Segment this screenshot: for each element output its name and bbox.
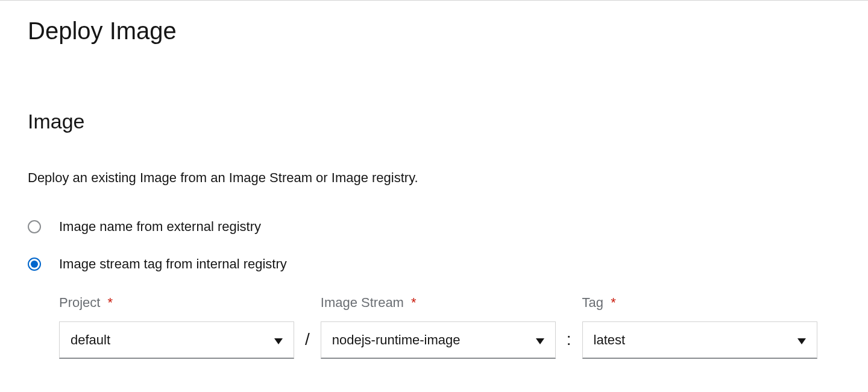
tag-dropdown[interactable]: latest xyxy=(582,321,817,359)
project-field-block: Project * default xyxy=(59,295,294,359)
image-section-description: Deploy an existing Image from an Image S… xyxy=(28,170,840,186)
caret-down-icon xyxy=(274,332,283,348)
caret-down-icon xyxy=(797,332,806,348)
tag-dropdown-value: latest xyxy=(594,332,626,348)
required-asterisk: * xyxy=(411,295,417,310)
tag-label: Tag * xyxy=(582,295,817,311)
tag-label-text: Tag xyxy=(582,295,603,310)
image-stream-tag-fields: Project * default / Image Stream * nodej… xyxy=(28,295,840,359)
image-stream-label: Image Stream * xyxy=(321,295,556,311)
required-asterisk: * xyxy=(108,295,113,310)
radio-circle-icon xyxy=(28,220,41,233)
slash-separator: / xyxy=(305,330,310,359)
image-section-heading: Image xyxy=(28,110,840,133)
colon-separator: : xyxy=(567,330,571,359)
required-asterisk: * xyxy=(611,295,616,310)
radio-external-registry[interactable]: Image name from external registry xyxy=(28,219,840,235)
image-stream-dropdown[interactable]: nodejs-runtime-image xyxy=(321,321,556,359)
image-stream-label-text: Image Stream xyxy=(321,295,404,310)
page-title: Deploy Image xyxy=(28,17,840,44)
image-source-radio-group: Image name from external registry Image … xyxy=(28,219,840,272)
project-dropdown-value: default xyxy=(71,332,110,348)
project-label-text: Project xyxy=(59,295,100,310)
radio-internal-registry[interactable]: Image stream tag from internal registry xyxy=(28,256,840,272)
tag-field-block: Tag * latest xyxy=(582,295,817,359)
radio-circle-selected-icon xyxy=(28,258,41,271)
radio-internal-label: Image stream tag from internal registry xyxy=(59,256,287,272)
project-label: Project * xyxy=(59,295,294,311)
radio-external-label: Image name from external registry xyxy=(59,219,261,235)
image-stream-field-block: Image Stream * nodejs-runtime-image xyxy=(321,295,556,359)
image-stream-dropdown-value: nodejs-runtime-image xyxy=(332,332,461,348)
project-dropdown[interactable]: default xyxy=(59,321,294,359)
caret-down-icon xyxy=(536,332,544,348)
